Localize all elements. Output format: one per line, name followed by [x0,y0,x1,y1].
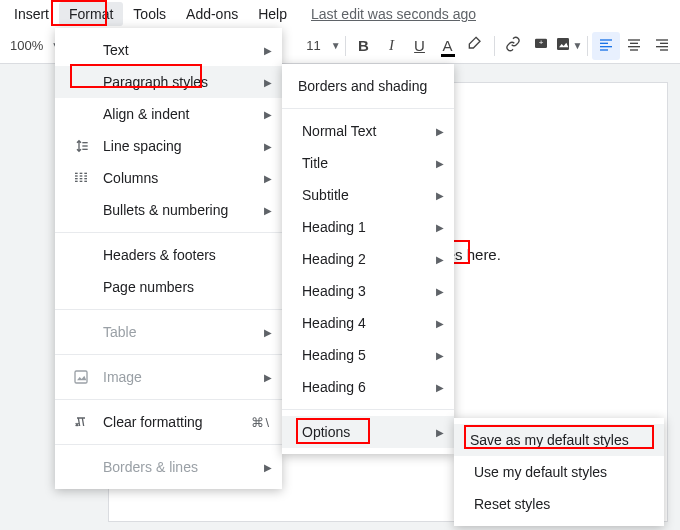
svg-rect-28 [84,175,87,176]
submenu-arrow-icon: ▶ [436,254,444,265]
highlight-button[interactable] [462,32,490,60]
paragraph-menu-item[interactable]: Heading 3▶ [282,275,454,307]
options-menu-item[interactable]: Use my default styles [454,456,664,488]
options-menu-item[interactable]: Reset styles [454,488,664,520]
menu-item-label: Borders and shading [298,78,427,94]
format-menu-item[interactable]: Columns▶ [55,162,282,194]
svg-rect-7 [600,49,608,50]
menu-item-label: Table [103,324,136,340]
comment-button[interactable]: + [527,32,555,60]
paragraph-menu-item[interactable]: Heading 4▶ [282,307,454,339]
menu-item-label: Image [103,369,142,385]
format-menu-item[interactable]: Clear formatting⌘\ [55,406,282,438]
font-size-selector[interactable]: 11 ▼ [306,38,340,53]
bold-icon: B [358,37,369,54]
align-left-icon [598,36,614,55]
font-size-value: 11 [306,38,320,53]
menu-item-label: Heading 2 [302,251,366,267]
align-right-button[interactable] [648,32,676,60]
bold-button[interactable]: B [350,32,378,60]
format-menu-item[interactable]: Align & indent▶ [55,98,282,130]
menu-help[interactable]: Help [248,2,297,26]
menu-item-label: Align & indent [103,106,189,122]
submenu-arrow-icon: ▶ [264,77,272,88]
line-spacing-icon [71,138,91,154]
svg-rect-29 [84,178,87,179]
svg-rect-14 [656,46,668,47]
link-button[interactable] [499,32,527,60]
submenu-arrow-icon: ▶ [436,286,444,297]
submenu-arrow-icon: ▶ [436,158,444,169]
image-icon [71,369,91,385]
menu-item-label: Use my default styles [474,464,607,480]
menu-item-label: Save as my default styles [470,432,629,448]
paragraph-menu-item[interactable]: Heading 2▶ [282,243,454,275]
svg-rect-23 [80,173,83,174]
paragraph-menu-item[interactable]: Subtitle▶ [282,179,454,211]
menu-item-label: Paragraph styles [103,74,208,90]
link-icon [505,36,521,55]
format-dropdown: Text▶Paragraph styles▶Align & indent▶Lin… [55,28,282,489]
submenu-arrow-icon: ▶ [436,427,444,438]
menubar: Insert Format Tools Add-ons Help Last ed… [0,0,680,28]
italic-button[interactable]: I [378,32,406,60]
svg-rect-13 [660,43,668,44]
menu-item-label: Heading 1 [302,219,366,235]
svg-rect-26 [80,181,83,182]
underline-icon: U [414,37,425,54]
chevron-down-icon: ▼ [573,40,583,51]
text-color-icon: A [443,37,453,54]
format-menu-item[interactable]: Page numbers [55,271,282,303]
svg-rect-19 [75,173,78,174]
menu-tools[interactable]: Tools [123,2,176,26]
menu-divider [55,232,282,233]
svg-rect-27 [84,173,87,174]
toolbar-separator [494,36,495,56]
submenu-arrow-icon: ▶ [436,222,444,233]
menu-insert[interactable]: Insert [4,2,59,26]
paragraph-menu-item[interactable]: Options▶ [282,416,454,448]
text-color-button[interactable]: A [434,32,462,60]
toolbar-separator [345,36,346,56]
comment-icon: + [533,36,549,55]
last-edit-link[interactable]: Last edit was seconds ago [311,6,476,22]
paragraph-menu-item[interactable]: Title▶ [282,147,454,179]
submenu-arrow-icon: ▶ [264,141,272,152]
format-menu-item[interactable]: Bullets & numbering▶ [55,194,282,226]
underline-button[interactable]: U [406,32,434,60]
format-menu-item[interactable]: Headers & footers [55,239,282,271]
menu-item-label: Page numbers [103,279,194,295]
svg-rect-2 [557,38,569,50]
menu-item-label: Normal Text [302,123,376,139]
format-menu-item: Image▶ [55,361,282,393]
format-menu-item[interactable]: Line spacing▶ [55,130,282,162]
paragraph-menu-item[interactable]: Heading 5▶ [282,339,454,371]
menu-divider [282,409,454,410]
menu-addons[interactable]: Add-ons [176,2,248,26]
paragraph-menu-item[interactable]: Borders and shading [282,70,454,102]
svg-rect-20 [75,175,78,176]
svg-rect-12 [656,39,668,40]
menu-item-label: Borders & lines [103,459,198,475]
paragraph-menu-item[interactable]: Normal Text▶ [282,115,454,147]
format-menu-item[interactable]: Paragraph styles▶ [55,66,282,98]
svg-rect-17 [82,145,87,146]
submenu-arrow-icon: ▶ [436,190,444,201]
menu-item-label: Text [103,42,129,58]
menu-format[interactable]: Format [59,2,123,26]
format-menu-item: Borders & lines▶ [55,451,282,483]
align-center-button[interactable] [620,32,648,60]
paragraph-menu-item[interactable]: Heading 1▶ [282,211,454,243]
svg-rect-10 [628,46,640,47]
submenu-arrow-icon: ▶ [264,205,272,216]
image-insert-button[interactable]: ▼ [555,32,583,60]
italic-icon: I [389,37,394,54]
paragraph-styles-dropdown: Borders and shadingNormal Text▶Title▶Sub… [282,64,454,454]
options-menu-item[interactable]: Save as my default styles [454,424,664,456]
paragraph-menu-item[interactable]: Heading 6▶ [282,371,454,403]
menu-item-label: Columns [103,170,158,186]
format-menu-item[interactable]: Text▶ [55,34,282,66]
chevron-down-icon: ▼ [331,40,341,51]
align-left-button[interactable] [592,32,620,60]
svg-text:+: + [538,38,543,47]
